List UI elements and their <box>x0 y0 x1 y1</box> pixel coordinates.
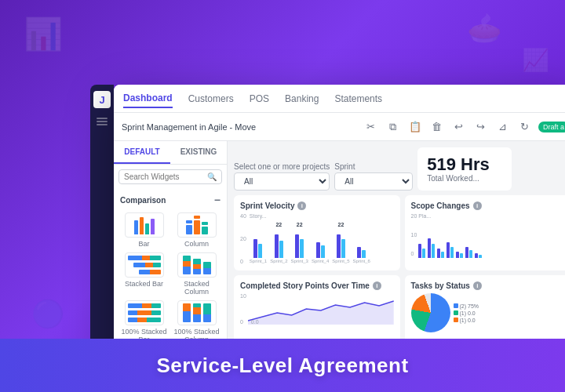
scope-changes-title: Scope Changes i <box>411 201 565 210</box>
tasks-chart-body: (2) 75% (1) 0.0 (1) 0.0 <box>411 293 565 332</box>
project-filter-label: Select one or more projects <box>234 162 330 171</box>
sprint-4-group: Sprint_4 <box>312 223 329 263</box>
charts-row-1: Sprint Velocity i 40 20 0 Story... <box>234 195 565 270</box>
pie-chart <box>411 293 450 332</box>
project-filter-group: Select one or more projects All <box>234 162 330 191</box>
velocity-chart-title: Sprint Velocity i <box>240 201 394 210</box>
bar-icon <box>125 212 164 238</box>
tab-pos[interactable]: POS <box>250 90 269 107</box>
column-icon <box>177 212 217 238</box>
scope-bar-2 <box>428 238 435 258</box>
widget-100-stacked-bar[interactable]: 100% Stacked Bar <box>120 300 168 343</box>
hamburger-menu-icon[interactable] <box>97 118 108 125</box>
widget-stacked-column[interactable]: Stacked Column <box>173 252 221 296</box>
stats-card: 519 Hrs Total Worked... <box>417 147 512 191</box>
completed-story-title: Completed Story Points Over Time i <box>240 281 394 290</box>
search-input[interactable] <box>124 172 207 181</box>
toolbar: Sprint Management in Agile - Move ✂ ⧉ 📋 … <box>114 113 565 141</box>
sidebar-tabs: DEFAULT EXISTING <box>114 141 227 165</box>
tasks-info-icon[interactable]: i <box>473 281 482 290</box>
legend-item-1: (2) 75% <box>454 303 479 309</box>
scope-changes-card: Scope Changes i 20 10 0 Pla... <box>405 195 566 270</box>
100-stacked-bar-icon <box>125 300 164 325</box>
tab-existing[interactable]: EXISTING <box>170 141 227 164</box>
sprint-2-group: 22 Sprint_2 <box>270 222 287 263</box>
toolbar-title: Sprint Management in Agile - Move <box>122 122 358 132</box>
completed-chart-body: 10 0 0.0 <box>240 293 394 325</box>
tasks-by-status-title: Tasks by Status i <box>411 281 565 290</box>
completed-y-labels: 10 0 <box>240 293 246 325</box>
comparison-section-header: Comparison − <box>114 189 227 209</box>
paste-icon[interactable]: 📋 <box>406 118 424 136</box>
sprint-filter-select[interactable]: All <box>334 172 413 191</box>
tab-customers[interactable]: Customers <box>188 90 234 107</box>
sprint-3-group: 22 Sprint_3 <box>291 222 308 263</box>
stacked-bar-icon <box>125 252 164 278</box>
search-icon: 🔍 <box>207 172 217 181</box>
tab-statements[interactable]: Statements <box>334 90 382 107</box>
velocity-chart-card: Sprint Velocity i 40 20 0 Story... <box>234 195 400 270</box>
velocity-y-labels: 40 20 0 <box>240 213 246 264</box>
widget-stacked-column-label: Stacked Column <box>173 280 221 296</box>
widget-bar[interactable]: Bar <box>120 212 168 248</box>
top-nav: Dashboard Customers POS Banking Statemen… <box>114 85 565 113</box>
widget-stacked-bar-label: Stacked Bar <box>125 280 163 288</box>
search-box[interactable]: 🔍 <box>118 169 222 184</box>
velocity-bars-area: Story... Sprint_1 <box>250 213 370 264</box>
sprint-1-group: Sprint_1 <box>250 223 267 263</box>
widget-column[interactable]: Column <box>173 212 221 248</box>
sprint-5-group: 22 Sprint_5 <box>332 222 349 263</box>
stacked-column-icon <box>177 252 217 278</box>
legend-item-2: (1) 0.0 <box>454 310 479 316</box>
scope-y-labels: 20 10 0 <box>411 213 417 256</box>
sprint-6-group: Sprint_6 <box>353 223 370 263</box>
legend-color-3 <box>454 318 458 322</box>
completed-chart-area: 0.0 <box>248 293 394 325</box>
velocity-info-icon[interactable]: i <box>297 201 306 210</box>
sprint-filter-group: Sprint All <box>334 162 413 191</box>
legend-item-3: (1) 0.0 <box>454 318 479 323</box>
legend-color-2 <box>454 310 458 315</box>
scope-bar-4 <box>447 242 454 258</box>
100-stacked-column-icon <box>177 300 217 325</box>
project-filter-select[interactable]: All <box>234 172 330 191</box>
redo-icon[interactable]: ↪ <box>472 118 490 136</box>
scope-chart-body: 20 10 0 Pla... <box>411 213 565 258</box>
top-row: Select one or more projects All Sprint A… <box>234 147 565 191</box>
banner-text: Service-Level Agreement <box>156 354 408 378</box>
filter-icon[interactable]: ⊿ <box>494 118 512 136</box>
completed-story-info-icon[interactable]: i <box>373 281 381 290</box>
scope-bar-3 <box>437 249 444 258</box>
stats-number: 519 Hrs <box>427 155 502 174</box>
tab-default[interactable]: DEFAULT <box>114 141 170 164</box>
widget-100-stacked-column[interactable]: 100% Stacked Column <box>173 300 221 343</box>
app-logo: J <box>93 91 111 108</box>
widget-stacked-bar[interactable]: Stacked Bar <box>120 252 168 296</box>
tab-dashboard[interactable]: Dashboard <box>123 89 173 108</box>
scope-bars-area: Pla... <box>418 213 482 258</box>
scope-bar-5 <box>456 252 463 258</box>
scope-bar-1 <box>418 244 425 258</box>
delete-icon[interactable]: 🗑 <box>428 118 446 136</box>
bottom-banner: Service-Level Agreement <box>0 339 565 392</box>
undo-icon[interactable]: ↩ <box>450 118 468 136</box>
pie-legend: (2) 75% (1) 0.0 (1) 0.0 <box>454 303 479 323</box>
draft-badge: Draft a <box>538 122 565 132</box>
scope-bar-6 <box>465 247 472 258</box>
scope-bar-7 <box>475 253 482 258</box>
sprint-filter-label: Sprint <box>334 162 413 171</box>
cut-icon[interactable]: ✂ <box>363 118 380 136</box>
stats-label: Total Worked... <box>427 174 502 183</box>
widget-column-label: Column <box>184 240 209 248</box>
widget-bar-label: Bar <box>138 240 149 248</box>
velocity-chart-body: 40 20 0 Story... <box>240 213 394 264</box>
scope-bars <box>418 220 482 258</box>
tab-banking[interactable]: Banking <box>285 90 319 107</box>
scope-info-icon[interactable]: i <box>473 201 482 210</box>
svg-marker-0 <box>248 301 394 325</box>
copy-icon[interactable]: ⧉ <box>385 118 402 136</box>
legend-color-1 <box>454 303 458 308</box>
refresh-icon[interactable]: ↻ <box>516 118 534 136</box>
velocity-bar-groups: Sprint_1 22 Sprint_2 <box>250 220 370 263</box>
